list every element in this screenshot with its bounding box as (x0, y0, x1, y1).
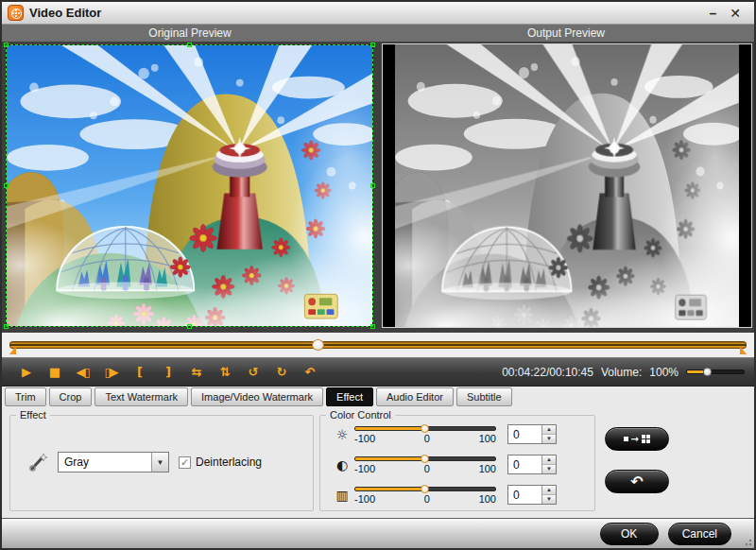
trim-start-icon[interactable]: [ (125, 365, 153, 379)
spinner-down-icon[interactable]: ▼ (542, 495, 556, 504)
volume-label: Volume: (601, 366, 642, 379)
selection-handle[interactable] (370, 324, 375, 329)
undo-arrow-icon: ↶ (630, 474, 643, 490)
stop-icon[interactable]: ■ (40, 365, 68, 379)
preview-zone: Original Preview Output Preview (2, 25, 754, 333)
effect-group-title: Effect (16, 409, 50, 421)
resize-grip[interactable] (743, 537, 752, 546)
effect-select-value: Gray (59, 455, 151, 469)
tick-label: 0 (424, 433, 430, 444)
seek-slider[interactable] (9, 341, 747, 349)
window-title: Video Editor (29, 6, 101, 20)
tick-label: 0 (424, 463, 430, 474)
minimize-button[interactable]: – (709, 7, 716, 20)
deinterlacing-label: Deinterlacing (196, 455, 262, 469)
time-display: 00:04:22/00:10:45 (502, 366, 593, 379)
output-preview (382, 43, 752, 328)
tab-crop[interactable]: Crop (49, 387, 93, 406)
effect-groupbox: Effect Gray ▼ ✓ Deinterlacing (9, 415, 314, 511)
contrast-slider[interactable]: -100 0 100 (354, 454, 496, 474)
trim-start-marker[interactable] (9, 346, 16, 354)
tab-text-watermark[interactable]: Text Watermark (94, 387, 188, 406)
film-reel-icon (8, 5, 24, 21)
saturation-slider[interactable]: -100 0 100 (354, 484, 496, 505)
brightness-thumb[interactable] (421, 424, 429, 433)
rotate-right-icon[interactable]: ↻ (266, 365, 295, 379)
brightness-spinner[interactable]: 0 ▲ ▼ (507, 424, 557, 444)
effect-tab-panel: Effect Gray ▼ ✓ Deinterlacing (2, 406, 754, 518)
spinner-up-icon[interactable]: ▲ (542, 486, 556, 495)
selection-handle[interactable] (4, 324, 9, 329)
color-control-groupbox: Color Control ☼ -100 0 100 0 ▲ ▼ (319, 415, 595, 511)
checkbox-check-icon: ✓ (179, 456, 191, 469)
original-preview-header: Original Preview (2, 25, 378, 42)
contrast-thumb[interactable] (421, 455, 429, 463)
deinterlacing-checkbox[interactable]: ✓ Deinterlacing (179, 455, 262, 469)
selection-handle[interactable] (187, 324, 192, 329)
transport-toolbar: ▶ ■ ◀▯ ▯▶ [ ] ⇆ ⇅ ↺ ↻ ↶ 00:04:22/00:10:4… (2, 357, 754, 387)
tick-label: 0 (424, 493, 430, 505)
spinner-up-icon[interactable]: ▲ (542, 425, 556, 435)
output-preview-header: Output Preview (378, 25, 754, 42)
tick-label: -100 (354, 463, 375, 474)
brightness-icon: ☼ (330, 423, 354, 442)
apply-to-all-icon: → (624, 435, 651, 444)
spinner-down-icon[interactable]: ▼ (542, 465, 556, 473)
flip-vertical-icon[interactable]: ⇅ (210, 365, 238, 379)
effect-select[interactable]: Gray ▼ (58, 452, 169, 473)
brightness-slider[interactable]: -100 0 100 (354, 423, 496, 444)
selection-handle[interactable] (4, 183, 9, 188)
chevron-down-icon[interactable]: ▼ (151, 453, 168, 472)
original-preview[interactable] (6, 44, 373, 327)
step-forward-icon[interactable]: ▯▶ (96, 365, 125, 379)
tick-label: 100 (479, 493, 496, 505)
magic-wand-icon (27, 452, 48, 473)
video-editor-window: Video Editor – ✕ Original Preview Output… (0, 0, 756, 550)
flip-horizontal-icon[interactable]: ⇆ (181, 365, 210, 379)
saturation-spinner[interactable]: 0 ▲ ▼ (507, 485, 557, 505)
rotate-left-icon[interactable]: ↺ (238, 365, 266, 379)
contrast-spinner[interactable]: 0 ▲ ▼ (507, 455, 557, 474)
tab-effect[interactable]: Effect (326, 387, 373, 406)
contrast-icon: ◐ (330, 454, 354, 473)
selection-handle[interactable] (370, 43, 375, 47)
undo-button[interactable]: ↶ (605, 470, 669, 493)
tab-image-video-watermark[interactable]: Image/Video Watermark (191, 387, 323, 406)
tab-strip: Trim Crop Text Watermark Image/Video Wat… (2, 387, 754, 406)
tab-trim[interactable]: Trim (5, 387, 46, 406)
color-control-title: Color Control (326, 409, 395, 421)
ok-button[interactable]: OK (600, 523, 659, 545)
trim-end-marker[interactable] (740, 346, 747, 354)
selection-handle[interactable] (187, 43, 192, 47)
reset-icon[interactable]: ↶ (295, 365, 323, 379)
play-icon[interactable]: ▶ (11, 365, 40, 379)
title-bar: Video Editor – ✕ (2, 2, 754, 25)
volume-thumb[interactable] (703, 368, 712, 376)
cancel-button[interactable]: Cancel (668, 523, 731, 545)
contrast-value: 0 (508, 455, 541, 473)
tab-subtitle[interactable]: Subtitle (456, 387, 512, 406)
step-back-icon[interactable]: ◀▯ (68, 365, 96, 379)
close-button[interactable]: ✕ (730, 7, 741, 20)
selection-handle[interactable] (370, 183, 375, 188)
tick-label: -100 (354, 493, 375, 505)
saturation-value: 0 (508, 486, 541, 504)
seek-thumb[interactable] (312, 339, 324, 351)
bottom-bar: OK Cancel (2, 518, 754, 548)
volume-value: 100% (649, 366, 679, 379)
apply-to-all-button[interactable]: → (605, 427, 669, 451)
saturation-icon: ▥ (330, 484, 354, 503)
volume-slider[interactable] (686, 370, 745, 374)
tick-label: 100 (479, 463, 496, 474)
tab-audio-editor[interactable]: Audio Editor (376, 387, 454, 406)
spinner-down-icon[interactable]: ▼ (542, 435, 556, 443)
brightness-value: 0 (508, 425, 541, 443)
trim-end-icon[interactable]: ] (153, 365, 181, 379)
saturation-thumb[interactable] (421, 485, 429, 493)
spinner-up-icon[interactable]: ▲ (542, 455, 556, 465)
tick-label: 100 (479, 433, 496, 444)
tick-label: -100 (354, 433, 375, 444)
seek-row (2, 333, 754, 357)
selection-handle[interactable] (4, 43, 9, 47)
